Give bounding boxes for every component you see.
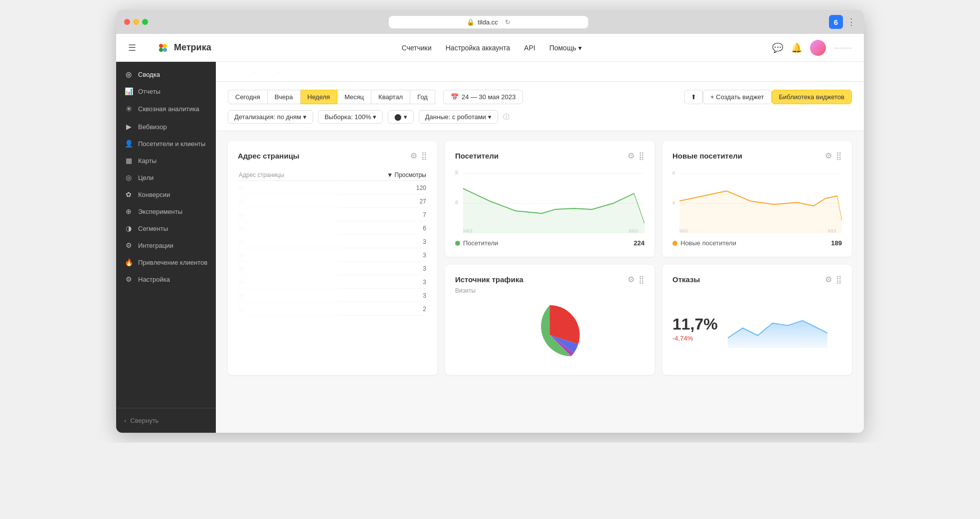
nav-api[interactable]: API [524,44,535,52]
traffic-settings-icon[interactable]: ⚙ [628,275,635,284]
period-year[interactable]: Год [410,90,435,104]
views-cell: 3 [340,263,426,275]
new-visitors-legend-label: Новые посетители [680,239,736,247]
period-week[interactable]: Неделя [301,90,337,104]
date-range-picker[interactable]: 📅 24 — 30 мая 2023 [443,90,523,104]
sidebar-item-experiments[interactable]: ⊕ Эксперименты [116,203,216,220]
create-widget-button[interactable]: + Создать виджет [703,90,771,104]
sidebar-item-settings[interactable]: ⚙ Настройка [116,271,216,288]
nav-help[interactable]: Помощь ▾ [549,44,582,52]
bounce-settings-icon[interactable]: ⚙ [825,275,832,284]
address-controls[interactable]: ⚙ ⣿ [410,151,427,161]
library-button[interactable]: Библиотека виджетов [772,90,852,104]
bounce-controls[interactable]: ⚙ ⣿ [825,275,842,284]
calendar-icon: 📅 [451,93,459,101]
sidebar-item-integrations[interactable]: ⚙ Интеграции [116,237,216,254]
bell-icon[interactable]: 🔔 [791,42,802,53]
sidebar-item-maps[interactable]: ▦ Карты [116,152,216,169]
bounce-value: 11,7% [672,315,718,334]
traffic-controls[interactable]: ⚙ ⣿ [628,275,645,284]
user-avatar[interactable] [810,40,826,56]
sidebar-collapse[interactable]: ‹ Свернуть [116,412,216,429]
address-table-row: ···3 [239,276,426,289]
svg-text:80: 80 [672,170,675,176]
nav-links: Счетчики Настройка аккаунта API Помощь ▾ [227,44,756,52]
sidebar-item-goals[interactable]: ◎ Цели [116,169,216,186]
new-visitors-grid-icon[interactable]: ⣿ [836,151,842,161]
integrations-icon: ⚙ [124,241,133,249]
nav-counters[interactable]: Счетчики [402,44,432,52]
traffic-widget: Источник трафика ⚙ ⣿ Визиты [445,265,654,375]
sidebar-label-webvisor: Вебвизор [138,123,167,131]
maps-icon: ▦ [124,157,133,165]
sidebar: ◎ Сводка 📊 Отчеты ✳ Сквозная аналитика ▶… [116,62,216,433]
period-yesterday[interactable]: Вчера [268,90,301,104]
browser-app-button[interactable]: 6 [829,15,843,29]
address-bar[interactable]: 🔒 tilda.cc ↻ [389,16,588,28]
visitors-settings-icon[interactable]: ⚙ [628,151,635,161]
period-today[interactable]: Сегодня [228,90,268,104]
new-visitors-footer: Новые посетители 189 [672,239,842,247]
sidebar-item-conversions[interactable]: ✿ Конверсии [116,186,216,203]
dashboard: Посетители ⚙ ⣿ 80 40 [216,131,864,385]
address-settings-icon[interactable]: ⚙ [410,151,417,161]
address-cell: ··· [239,222,339,235]
visitors-grid-icon[interactable]: ⣿ [639,151,645,161]
address-cell: ··· [239,209,339,221]
sidebar-item-webvisor[interactable]: ▶ Вебвизор [116,118,216,135]
address-grid-icon[interactable]: ⣿ [421,151,427,161]
views-cell: 3 [340,290,426,302]
reload-icon[interactable]: ↻ [505,18,510,26]
period-month[interactable]: Месяц [337,90,371,104]
address-cell: ··· [239,249,339,262]
new-visitors-legend: Новые посетители [672,239,736,247]
hamburger-menu[interactable]: ☰ [128,42,136,53]
nav-right: 💬 🔔 ·········· [772,40,852,56]
sidebar-label-goals: Цели [138,174,154,181]
period-quarter[interactable]: Квартал [371,90,410,104]
new-visitors-settings-icon[interactable]: ⚙ [825,151,832,161]
traffic-header: Источник трафика ⚙ ⣿ [455,275,645,284]
collapse-label: Свернуть [130,417,159,424]
new-visitors-controls[interactable]: ⚙ ⣿ [825,151,842,161]
visitors-icon: 👤 [124,140,133,148]
sidebar-item-segments[interactable]: ◑ Сегменты [116,220,216,237]
svg-text:24.05.23: 24.05.23 [679,228,688,233]
pie-chart [455,300,645,365]
bounce-widget: Отказы ⚙ ⣿ 11,7% -4,74% [662,265,852,375]
sidebar-item-acquisition[interactable]: 🔥 Привлечение клиентов [116,254,216,271]
chat-icon[interactable]: 💬 [772,42,783,53]
traffic-grid-icon[interactable]: ⣿ [639,275,645,284]
sidebar-item-analytics[interactable]: ✳ Сквозная аналитика [116,100,216,118]
address-table-row: ···3 [239,249,426,262]
sample-filter[interactable]: Выборка: 100% ▾ [318,110,383,124]
color-filter[interactable]: ⬤ ▾ [388,110,414,124]
bounce-grid-icon[interactable]: ⣿ [836,275,842,284]
sidebar-item-visitors[interactable]: 👤 Посетители и клиенты [116,135,216,152]
sidebar-label-analytics: Сквозная аналитика [138,105,199,113]
address-widget-header: Адрес страницы ⚙ ⣿ [238,151,427,161]
minimize-dot[interactable] [133,19,139,25]
sidebar-item-reports[interactable]: 📊 Отчеты [116,83,216,100]
new-visitors-chart: 80 40 24.05.23 30.05.23 [672,169,842,233]
browser-menu-icon[interactable]: ⋮ [847,16,856,27]
address-table-row: ···2 [239,303,426,316]
svg-point-1 [159,44,163,48]
data-filter[interactable]: Данные: с роботами ▾ [419,110,498,124]
new-visitors-count: 189 [831,239,842,247]
detail-filter[interactable]: Детализация: по дням ▾ [228,110,313,124]
traffic-title: Источник трафика [455,275,523,284]
upload-button[interactable]: ⬆ [684,90,703,104]
sidebar-label-acquisition: Привлечение клиентов [138,259,207,266]
close-dot[interactable] [124,19,130,25]
sidebar-item-summary[interactable]: ◎ Сводка [116,66,216,83]
views-cell: 3 [340,236,426,248]
logo-icon [156,41,170,55]
sort-arrow[interactable]: ▼ Просмотры [387,172,426,178]
maximize-dot[interactable] [142,19,148,25]
nav-account[interactable]: Настройка аккаунта [446,44,510,52]
visitors-controls[interactable]: ⚙ ⣿ [628,151,645,161]
sidebar-label-settings: Настройка [138,276,170,283]
info-icon[interactable]: ⓘ [503,113,509,122]
toolbar: Сегодня Вчера Неделя Месяц Квартал Год 📅… [216,82,864,131]
